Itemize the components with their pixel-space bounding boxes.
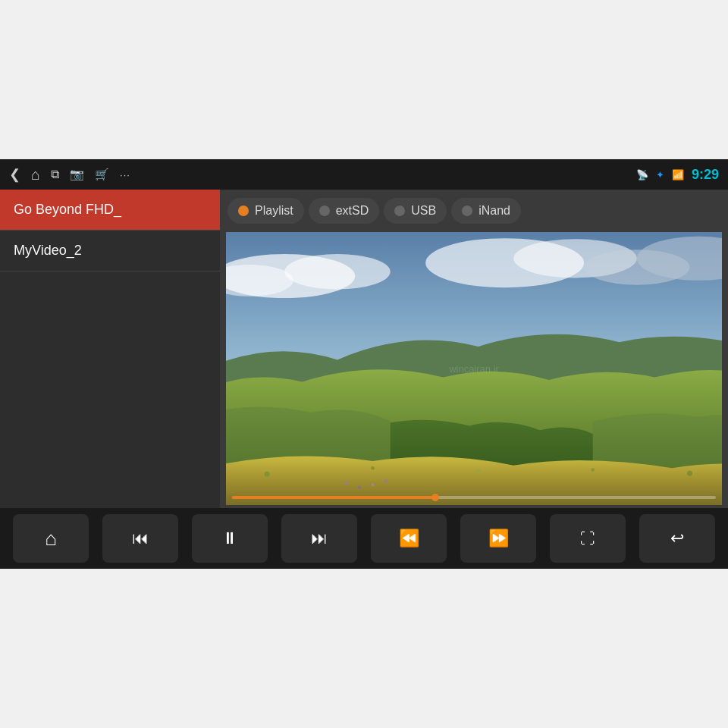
bag-button[interactable]: 🛒 [95,168,109,181]
device-frame: ❮ ⌂ ⧉ 📷 🛒 ··· 📡 ✦ 📶 9:29 Go Beyond FHD_ … [0,159,728,569]
tab-extsd-label: extSD [336,204,369,218]
next-button[interactable]: ⏭ [281,514,357,563]
tab-inand-dot [462,206,472,216]
svg-point-15 [372,484,374,486]
svg-point-9 [371,466,375,470]
rewind-button[interactable]: ⏪ [371,514,447,563]
playlist-item-2[interactable]: MyVideo_2 [0,231,220,271]
tab-extsd-dot [319,206,330,216]
tab-usb[interactable]: USB [384,198,447,224]
video-progress-fill [232,496,435,499]
tab-inand[interactable]: iNand [451,198,521,224]
svg-point-2 [284,254,390,289]
bottom-controls: ⌂ ⏮ ⏸ ⏭ ⏪ ⏩ ⛶ ↩ [0,508,728,569]
camera-button[interactable]: 📷 [70,168,84,181]
recents-button[interactable]: ⧉ [51,168,59,181]
back-ctrl-button[interactable]: ↩ [639,514,715,563]
svg-point-11 [591,468,595,472]
prev-button[interactable]: ⏮ [102,514,178,563]
more-button[interactable]: ··· [120,169,130,180]
video-progress-bar[interactable] [232,496,716,499]
video-area[interactable]: wincairan.ir [226,232,722,505]
tab-usb-dot [394,206,405,216]
status-bar-right: 📡 ✦ 📶 9:29 [636,167,719,183]
tab-playlist[interactable]: Playlist [228,198,304,224]
back-button[interactable]: ❮ [9,166,20,183]
tab-usb-label: USB [411,204,436,218]
home-ctrl-button[interactable]: ⌂ [13,514,89,563]
fullscreen-button[interactable]: ⛶ [550,514,626,563]
video-landscape [226,232,722,505]
tab-playlist-label: Playlist [255,204,293,218]
bluetooth-icon: ✦ [656,169,664,180]
main-content: Go Beyond FHD_ MyVideo_2 Playlist extSD [0,190,728,508]
tab-inand-label: iNand [479,204,510,218]
svg-point-16 [384,479,388,483]
right-panel: Playlist extSD USB iNand [220,190,728,508]
svg-point-12 [687,471,692,476]
wifi-icon: 📶 [672,169,684,180]
video-progress-thumb [431,494,439,501]
svg-point-14 [358,485,362,489]
svg-point-8 [265,472,270,477]
status-bar: ❮ ⌂ ⧉ 📷 🛒 ··· 📡 ✦ 📶 9:29 [0,159,728,190]
cast-icon: 📡 [636,169,648,180]
home-button[interactable]: ⌂ [31,166,40,184]
fast-forward-button[interactable]: ⏩ [460,514,536,563]
svg-point-13 [344,482,348,485]
playlist-sidebar: Go Beyond FHD_ MyVideo_2 [0,190,220,508]
pause-button[interactable]: ⏸ [192,514,268,563]
tab-extsd[interactable]: extSD [309,198,380,224]
svg-point-10 [475,469,481,474]
source-tabs: Playlist extSD USB iNand [220,190,728,232]
time-display: 9:29 [692,167,719,183]
playlist-item-1[interactable]: Go Beyond FHD_ [0,190,220,231]
status-bar-left: ❮ ⌂ ⧉ 📷 🛒 ··· [9,166,130,184]
tab-playlist-dot [238,206,249,216]
